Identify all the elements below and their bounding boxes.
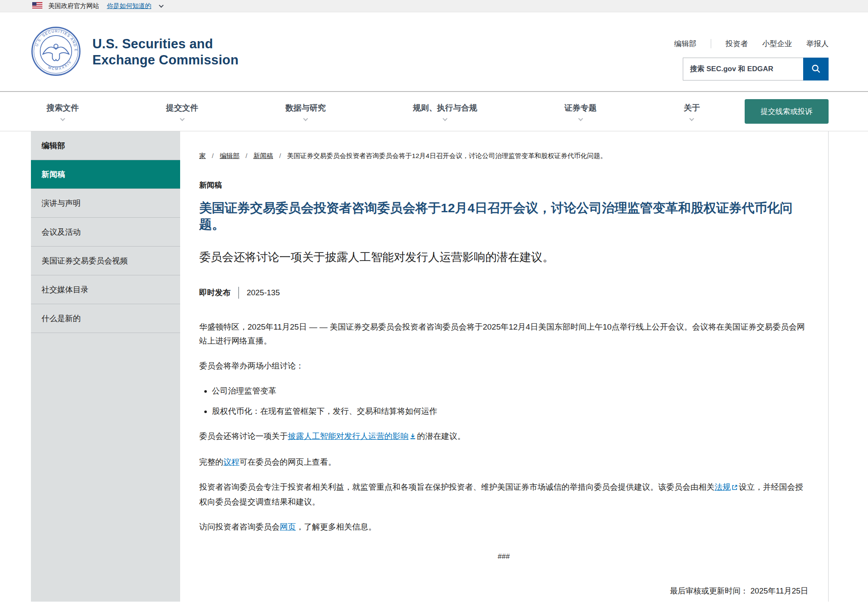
sec-seal-icon: U.S. SECURITIES AND EXCHANGE COMMISSION … xyxy=(31,26,81,78)
chevron-down-icon[interactable] xyxy=(159,3,164,8)
content-area: 编辑部 新闻稿 演讲与声明 会议及活动 美国证券交易委员会视频 社交媒体目录 什… xyxy=(0,131,868,602)
end-mark: ### xyxy=(199,552,808,561)
us-flag-icon xyxy=(32,2,42,10)
nav-item-data-research[interactable]: 数据与研究 xyxy=(285,103,326,120)
quicklink-small-business[interactable]: 小型企业 xyxy=(762,39,792,49)
article-kicker: 新闻稿 xyxy=(199,180,808,190)
how-you-know-link[interactable]: 你是如何知道的 xyxy=(107,2,151,10)
search-input[interactable] xyxy=(683,58,803,80)
sidebar-item-newsroom[interactable]: 编辑部 xyxy=(31,131,180,160)
nav-items: 搜索文件 提交文件 数据与研究 规则、执行与合规 证券专题 关于 xyxy=(47,103,700,120)
chevron-down-icon xyxy=(578,116,583,121)
gov-banner: 美国政府官方网站 你是如何知道的 xyxy=(0,0,868,12)
paragraph: 访问投资者咨询委员会网页，了解更多相关信息。 xyxy=(199,520,808,534)
search-icon xyxy=(811,64,821,75)
nav-item-rules-enforcement[interactable]: 规则、执行与合规 xyxy=(413,103,477,120)
quicklink-newsroom[interactable]: 编辑部 xyxy=(674,39,697,49)
site-header: U.S. SECURITIES AND EXCHANGE COMMISSION … xyxy=(0,12,868,91)
chevron-down-icon xyxy=(180,116,184,121)
breadcrumb-current: 美国证券交易委员会投资者咨询委员会将于12月4日召开会议，讨论公司治理监管变革和… xyxy=(287,152,606,159)
list-item: 公司治理监管变革 xyxy=(212,384,808,398)
paragraph: 委员会将举办两场小组讨论： xyxy=(199,359,808,373)
main-article: 家 / 编辑部 / 新闻稿 / 美国证券交易委员会投资者咨询委员会将于12月4日… xyxy=(180,131,829,602)
quicklink-whistleblower[interactable]: 举报人 xyxy=(807,39,829,49)
divider xyxy=(238,287,239,299)
search-button[interactable] xyxy=(803,58,829,80)
paragraph: 投资者咨询委员会专注于投资者相关利益，就监管重点和各项旨在保护投资者、维护美国证… xyxy=(199,480,808,509)
divider xyxy=(711,39,711,48)
primary-nav: 搜索文件 提交文件 数据与研究 规则、执行与合规 证券专题 关于 提交线索或投诉 xyxy=(0,91,868,131)
sidebar-item-whats-new[interactable]: 什么是新的 xyxy=(31,304,180,333)
last-modified-date: 2025年11月25日 xyxy=(751,586,808,595)
header-quick-links: 编辑部 投资者 小型企业 举报人 xyxy=(674,39,829,49)
sidebar-item-meetings-events[interactable]: 会议及活动 xyxy=(31,218,180,247)
nav-item-securities-topics[interactable]: 证券专题 xyxy=(565,103,597,120)
sidebar: 编辑部 新闻稿 演讲与声明 会议及活动 美国证券交易委员会视频 社交媒体目录 什… xyxy=(31,131,180,602)
nav-item-submit-filings[interactable]: 提交文件 xyxy=(166,103,198,120)
paragraph: 委员会还将讨论一项关于披露人工智能对发行人运营的影响的潜在建议。 xyxy=(199,429,808,444)
last-modified-label: 最后审核或更新时间： xyxy=(670,586,748,595)
article-subtitle: 委员会还将讨论一项关于披露人工智能对发行人运营影响的潜在建议。 xyxy=(199,250,808,266)
sidebar-item-press-releases[interactable]: 新闻稿 xyxy=(31,160,180,189)
article-body: 华盛顿特区，2025年11月25日 — — 美国证券交易委员会投资者咨询委员会将… xyxy=(199,320,808,534)
sec-logo[interactable]: U.S. SECURITIES AND EXCHANGE COMMISSION … xyxy=(31,26,239,78)
page-title: 美国证券交易委员会投资者咨询委员会将于12月4日召开会议，讨论公司治理监管变革和… xyxy=(199,200,808,233)
chevron-down-icon xyxy=(60,116,65,121)
download-icon[interactable] xyxy=(409,430,416,444)
release-label: 即时发布 xyxy=(199,287,231,298)
sidebar-item-social-media[interactable]: 社交媒体目录 xyxy=(31,275,180,304)
nav-item-about[interactable]: 关于 xyxy=(684,103,700,120)
panel-list: 公司治理监管变革 股权代币化：在现有监管框架下，发行、交易和结算将如何运作 xyxy=(212,384,808,418)
paragraph: 完整的议程可在委员会的网页上查看。 xyxy=(199,455,808,469)
list-item: 股权代币化：在现有监管框架下，发行、交易和结算将如何运作 xyxy=(212,404,808,418)
sidebar-item-sec-videos[interactable]: 美国证券交易委员会视频 xyxy=(31,247,180,275)
chevron-down-icon xyxy=(690,116,694,121)
statute-link[interactable]: 法规 xyxy=(715,483,731,491)
iac-webpage-link[interactable]: 网页 xyxy=(280,522,296,531)
last-modified: 最后审核或更新时间： 2025年11月25日 xyxy=(199,585,808,596)
gov-banner-label: 美国政府官方网站 xyxy=(48,2,99,10)
agency-wordmark: U.S. Securities and Exchange Commission xyxy=(92,36,239,68)
site-search xyxy=(683,58,829,80)
release-number: 2025-135 xyxy=(247,288,280,297)
submit-tip-button[interactable]: 提交线索或投诉 xyxy=(745,99,829,124)
quicklink-investors[interactable]: 投资者 xyxy=(726,39,748,49)
nav-item-search-filings[interactable]: 搜索文件 xyxy=(47,103,79,120)
external-link-icon[interactable] xyxy=(732,481,738,495)
ai-disclosure-link[interactable]: 披露人工智能对发行人运营的影响 xyxy=(288,432,409,441)
chevron-down-icon xyxy=(303,116,308,121)
sidebar-item-speeches-statements[interactable]: 演讲与声明 xyxy=(31,189,180,218)
breadcrumb-press-releases[interactable]: 新闻稿 xyxy=(253,152,273,159)
chevron-down-icon xyxy=(442,116,447,121)
breadcrumb-newsroom[interactable]: 编辑部 xyxy=(220,152,239,159)
paragraph: 华盛顿特区，2025年11月25日 — — 美国证券交易委员会投资者咨询委员会将… xyxy=(199,320,808,348)
breadcrumb: 家 / 编辑部 / 新闻稿 / 美国证券交易委员会投资者咨询委员会将于12月4日… xyxy=(199,152,808,161)
agenda-link[interactable]: 议程 xyxy=(223,458,239,466)
breadcrumb-home[interactable]: 家 xyxy=(199,152,206,159)
release-row: 即时发布 2025-135 xyxy=(199,287,808,299)
